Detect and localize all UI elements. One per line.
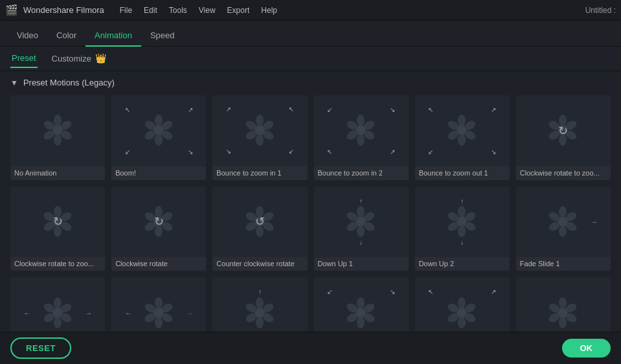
arrow-left-icon: ← bbox=[125, 310, 131, 317]
tab-video[interactable]: Video bbox=[8, 25, 47, 47]
preset-item[interactable]: ↖ ↗ ↙ ↘ Boom! bbox=[111, 95, 206, 180]
flower-icon bbox=[444, 113, 480, 148]
arrow-up-icon: ↑ bbox=[460, 198, 464, 205]
preset-item[interactable]: No Animation bbox=[10, 95, 105, 180]
menu-tools[interactable]: Tools bbox=[164, 3, 192, 17]
preset-thumb bbox=[516, 277, 611, 332]
arrow-up-icon: ↑ bbox=[359, 198, 363, 205]
reset-button[interactable]: RESET bbox=[10, 337, 71, 359]
arrow-tl-icon: ↙ bbox=[226, 106, 231, 113]
preset-label: Counter clockwise rotate bbox=[212, 257, 307, 271]
preset-item[interactable]: ← → Fade Slide 3 bbox=[111, 277, 206, 332]
svg-point-106 bbox=[357, 297, 365, 309]
preset-item[interactable]: ↻ Clockwise rotate to zoo... bbox=[10, 187, 105, 271]
preset-thumb: ↙ ↘ ↖ ↗ bbox=[212, 95, 307, 166]
tab-color[interactable]: Color bbox=[47, 25, 85, 47]
tab-animation[interactable]: Animation bbox=[85, 25, 141, 47]
preset-item[interactable]: ↖ ↗ ↙ ↘ Fade Zoom Out bbox=[415, 277, 510, 332]
subtab-bar: Preset Customize 👑 bbox=[0, 47, 621, 71]
preset-item[interactable]: ↺ Counter clockwise rotate bbox=[212, 187, 307, 271]
preset-thumb bbox=[10, 95, 105, 166]
flower-icon bbox=[343, 113, 379, 148]
preset-item[interactable]: ↻ Clockwise rotate to zoo... bbox=[516, 95, 611, 180]
titlebar: 🎬 Wondershare Filmora File Edit Tools Vi… bbox=[0, 0, 621, 21]
arrow-down-icon: ↓ bbox=[56, 330, 60, 332]
menu-edit[interactable]: Edit bbox=[139, 3, 163, 17]
preset-item[interactable]: ↑ ↓ Down Up 1 bbox=[314, 187, 409, 271]
ok-button[interactable]: OK bbox=[562, 339, 611, 358]
subtab-preset[interactable]: Preset bbox=[10, 49, 38, 68]
arrow-bl-icon: ↖ bbox=[226, 148, 231, 155]
section-collapse-arrow: ▼ bbox=[10, 78, 18, 87]
tab-speed[interactable]: Speed bbox=[141, 25, 184, 47]
svg-point-1 bbox=[54, 115, 62, 126]
flower-icon bbox=[40, 295, 76, 331]
arrow-up-icon: ↑ bbox=[258, 288, 262, 295]
arrow-br-icon: ↘ bbox=[491, 148, 496, 155]
arrow-tl-icon: ↖ bbox=[428, 288, 433, 295]
svg-point-74 bbox=[458, 225, 466, 237]
svg-point-29 bbox=[458, 115, 466, 126]
preset-thumb: ↖ ↗ ↙ ↘ bbox=[415, 277, 510, 332]
arrow-br-icon: ↘ bbox=[491, 330, 496, 332]
preset-thumb: ↻ bbox=[111, 187, 206, 258]
arrow-tr-icon: ↘ bbox=[289, 106, 294, 113]
flower-icon bbox=[444, 295, 480, 331]
svg-point-64 bbox=[357, 206, 365, 218]
flower-icon bbox=[141, 113, 177, 148]
svg-point-102 bbox=[256, 317, 264, 328]
arrow-br-icon: ↘ bbox=[188, 148, 193, 155]
svg-point-123 bbox=[559, 317, 567, 328]
arrow-right-icon: → bbox=[591, 218, 597, 225]
rotate-cw-icon: ↻ bbox=[53, 214, 63, 229]
arrow-bl-icon: ↖ bbox=[327, 148, 332, 155]
tab-bar: Video Color Animation Speed bbox=[0, 21, 621, 47]
svg-point-116 bbox=[458, 317, 466, 328]
preset-thumb: ↖ ↗ ↙ ↘ bbox=[111, 95, 206, 166]
preset-item[interactable]: ↑ Fade Slide 4 bbox=[212, 277, 307, 332]
arrow-tr-icon: ↘ bbox=[390, 288, 395, 295]
arrow-bl-icon: ↙ bbox=[125, 148, 130, 155]
arrow-bl-icon: ↖ bbox=[327, 330, 332, 332]
arrow-tr-icon: ↗ bbox=[491, 288, 496, 295]
arrow-tr-icon: ↘ bbox=[390, 106, 395, 113]
preset-thumb: ↖ ↗ ↙ ↘ bbox=[415, 95, 510, 166]
arrow-down-icon: ↓ bbox=[460, 239, 464, 246]
preset-label: Down Up 1 bbox=[314, 257, 409, 271]
svg-point-4 bbox=[54, 134, 62, 146]
arrow-tl-icon: ↙ bbox=[327, 288, 332, 295]
preset-thumb: ↺ bbox=[212, 187, 307, 258]
preset-item[interactable]: ↙ ↘ ↖ ↗ Fade Zoom In bbox=[314, 277, 409, 332]
arrow-tl-icon: ↙ bbox=[327, 106, 332, 113]
svg-point-85 bbox=[54, 297, 62, 309]
preset-item[interactable]: ↖ ↗ ↙ ↘ Bounce to zoom out 1 bbox=[415, 95, 510, 180]
flower-icon bbox=[40, 113, 76, 148]
preset-item[interactable]: ↙ ↘ ↖ ↗ Bounce to zoom in 2 bbox=[314, 95, 409, 180]
menu-export[interactable]: Export bbox=[222, 3, 255, 17]
preset-item[interactable]: ↑ ↓ Down Up 2 bbox=[415, 187, 510, 271]
window-title: Untitled : bbox=[585, 6, 616, 15]
preset-item[interactable]: Fade2 bbox=[516, 277, 611, 332]
arrow-br-icon: ↗ bbox=[390, 148, 395, 155]
arrow-bl-icon: ↙ bbox=[428, 330, 433, 332]
menu-help[interactable]: Help bbox=[256, 3, 282, 17]
preset-label: Bounce to zoom in 1 bbox=[212, 166, 307, 180]
preset-item[interactable]: → Fade Slide 1 bbox=[516, 187, 611, 271]
svg-point-25 bbox=[357, 134, 365, 146]
preset-item[interactable]: ↙ ↘ ↖ ↗ Bounce to zoom in 1 bbox=[212, 95, 307, 180]
menu-view[interactable]: View bbox=[194, 3, 221, 17]
section-header[interactable]: ▼ Preset Motions (Legacy) bbox=[10, 78, 611, 87]
preset-grid: No Animation ↖ ↗ ↙ bbox=[10, 95, 611, 332]
svg-point-99 bbox=[256, 297, 264, 309]
svg-point-88 bbox=[54, 317, 62, 328]
crown-icon: 👑 bbox=[95, 53, 106, 63]
preset-item[interactable]: ↻ Clockwise rotate bbox=[111, 187, 206, 271]
menu-file[interactable]: File bbox=[115, 3, 137, 17]
preset-label: Bounce to zoom in 2 bbox=[314, 166, 409, 180]
arrow-br-icon: ↗ bbox=[390, 330, 395, 332]
arrow-tl-icon: ↖ bbox=[428, 106, 433, 113]
app-logo-icon: 🎬 bbox=[5, 4, 18, 16]
subtab-customize[interactable]: Customize 👑 bbox=[51, 49, 107, 69]
preset-label: Bounce to zoom out 1 bbox=[415, 166, 510, 180]
preset-item[interactable]: ↓ ← → Fade Slide 2 bbox=[10, 277, 105, 332]
